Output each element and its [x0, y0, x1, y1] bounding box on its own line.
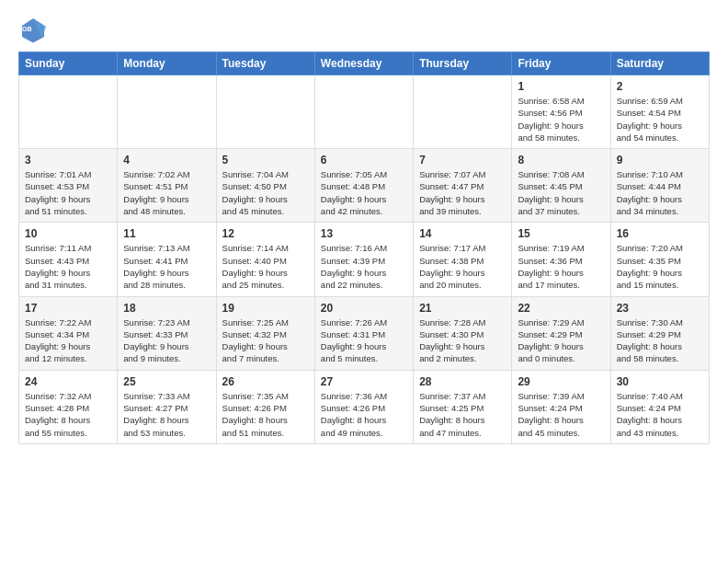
calendar-day: 25Sunrise: 7:33 AM Sunset: 4:27 PM Dayli…	[118, 370, 216, 443]
calendar-week-row: 17Sunrise: 7:22 AM Sunset: 4:34 PM Dayli…	[19, 296, 710, 370]
calendar-day: 3Sunrise: 7:01 AM Sunset: 4:53 PM Daylig…	[19, 149, 118, 223]
day-number: 25	[123, 375, 210, 388]
day-info: Sunrise: 7:23 AM Sunset: 4:33 PM Dayligh…	[123, 316, 210, 365]
day-info: Sunrise: 7:19 AM Sunset: 4:36 PM Dayligh…	[518, 242, 604, 291]
calendar-day: 14Sunrise: 7:17 AM Sunset: 4:38 PM Dayli…	[414, 223, 512, 296]
day-number: 8	[518, 154, 604, 167]
day-info: Sunrise: 7:01 AM Sunset: 4:53 PM Dayligh…	[25, 168, 111, 217]
day-number: 6	[321, 154, 407, 167]
calendar-week-row: 3Sunrise: 7:01 AM Sunset: 4:53 PM Daylig…	[19, 149, 710, 223]
day-number: 13	[321, 227, 407, 240]
day-info: Sunrise: 7:20 AM Sunset: 4:35 PM Dayligh…	[617, 242, 703, 291]
calendar-day: 30Sunrise: 7:40 AM Sunset: 4:24 PM Dayli…	[610, 370, 709, 443]
calendar-day: 15Sunrise: 7:19 AM Sunset: 4:36 PM Dayli…	[512, 223, 610, 296]
day-info: Sunrise: 7:22 AM Sunset: 4:34 PM Dayligh…	[25, 316, 111, 365]
day-number: 16	[617, 227, 703, 240]
day-info: Sunrise: 6:59 AM Sunset: 4:54 PM Dayligh…	[617, 95, 703, 144]
day-number: 14	[419, 227, 506, 240]
calendar-day: 28Sunrise: 7:37 AM Sunset: 4:25 PM Dayli…	[414, 370, 512, 443]
day-info: Sunrise: 7:35 AM Sunset: 4:26 PM Dayligh…	[222, 390, 309, 439]
calendar-table: SundayMondayTuesdayWednesdayThursdayFrid…	[18, 52, 710, 444]
day-number: 7	[419, 154, 506, 167]
calendar-day	[19, 75, 118, 149]
day-number: 30	[617, 375, 703, 388]
day-info: Sunrise: 7:29 AM Sunset: 4:29 PM Dayligh…	[518, 316, 604, 365]
calendar-day: 4Sunrise: 7:02 AM Sunset: 4:51 PM Daylig…	[118, 149, 216, 223]
calendar-week-row: 1Sunrise: 6:58 AM Sunset: 4:56 PM Daylig…	[19, 75, 710, 149]
calendar-day: 13Sunrise: 7:16 AM Sunset: 4:39 PM Dayli…	[314, 223, 413, 296]
day-info: Sunrise: 7:36 AM Sunset: 4:26 PM Dayligh…	[321, 390, 407, 439]
calendar-day: 24Sunrise: 7:32 AM Sunset: 4:28 PM Dayli…	[19, 370, 118, 443]
day-number: 10	[25, 227, 111, 240]
calendar-header-sunday: Sunday	[19, 52, 118, 75]
day-info: Sunrise: 7:04 AM Sunset: 4:50 PM Dayligh…	[222, 168, 309, 217]
day-number: 11	[123, 227, 210, 240]
calendar-day: 9Sunrise: 7:10 AM Sunset: 4:44 PM Daylig…	[610, 149, 709, 223]
day-info: Sunrise: 7:14 AM Sunset: 4:40 PM Dayligh…	[222, 242, 309, 291]
calendar-day: 23Sunrise: 7:30 AM Sunset: 4:29 PM Dayli…	[610, 296, 709, 370]
day-info: Sunrise: 7:16 AM Sunset: 4:39 PM Dayligh…	[321, 242, 407, 291]
day-number: 5	[222, 154, 309, 167]
calendar-header-row: SundayMondayTuesdayWednesdayThursdayFrid…	[19, 52, 710, 75]
day-number: 2	[617, 80, 703, 93]
day-info: Sunrise: 7:28 AM Sunset: 4:30 PM Dayligh…	[419, 316, 506, 365]
calendar-day: 8Sunrise: 7:08 AM Sunset: 4:45 PM Daylig…	[512, 149, 610, 223]
calendar-day: 5Sunrise: 7:04 AM Sunset: 4:50 PM Daylig…	[216, 149, 314, 223]
day-info: Sunrise: 7:02 AM Sunset: 4:51 PM Dayligh…	[123, 168, 210, 217]
calendar-day	[216, 75, 314, 149]
day-number: 27	[321, 375, 407, 388]
day-number: 4	[123, 154, 210, 167]
calendar-day: 26Sunrise: 7:35 AM Sunset: 4:26 PM Dayli…	[216, 370, 314, 443]
day-number: 29	[518, 375, 604, 388]
day-number: 24	[25, 375, 111, 388]
day-info: Sunrise: 7:33 AM Sunset: 4:27 PM Dayligh…	[123, 390, 210, 439]
day-number: 3	[25, 154, 111, 167]
calendar-week-row: 10Sunrise: 7:11 AM Sunset: 4:43 PM Dayli…	[19, 223, 710, 296]
day-number: 20	[321, 302, 407, 315]
day-info: Sunrise: 7:30 AM Sunset: 4:29 PM Dayligh…	[617, 316, 703, 365]
calendar-header-saturday: Saturday	[610, 52, 709, 75]
calendar-day: 12Sunrise: 7:14 AM Sunset: 4:40 PM Dayli…	[216, 223, 314, 296]
calendar-day: 22Sunrise: 7:29 AM Sunset: 4:29 PM Dayli…	[512, 296, 610, 370]
day-number: 9	[617, 154, 703, 167]
calendar-day: 1Sunrise: 6:58 AM Sunset: 4:56 PM Daylig…	[512, 75, 610, 149]
calendar-day: 27Sunrise: 7:36 AM Sunset: 4:26 PM Dayli…	[314, 370, 413, 443]
calendar-header-monday: Monday	[118, 52, 216, 75]
calendar-day: 21Sunrise: 7:28 AM Sunset: 4:30 PM Dayli…	[414, 296, 512, 370]
calendar-day: 20Sunrise: 7:26 AM Sunset: 4:31 PM Dayli…	[314, 296, 413, 370]
calendar-day: 18Sunrise: 7:23 AM Sunset: 4:33 PM Dayli…	[118, 296, 216, 370]
day-info: Sunrise: 7:07 AM Sunset: 4:47 PM Dayligh…	[419, 168, 506, 217]
day-number: 1	[518, 80, 604, 93]
calendar-header-friday: Friday	[512, 52, 610, 75]
calendar-week-row: 24Sunrise: 7:32 AM Sunset: 4:28 PM Dayli…	[19, 370, 710, 443]
svg-text:GB: GB	[22, 25, 32, 33]
day-info: Sunrise: 6:58 AM Sunset: 4:56 PM Dayligh…	[518, 95, 604, 144]
calendar-day: 7Sunrise: 7:07 AM Sunset: 4:47 PM Daylig…	[414, 149, 512, 223]
calendar-day: 6Sunrise: 7:05 AM Sunset: 4:48 PM Daylig…	[314, 149, 413, 223]
page: GB SundayMondayTuesdayWednesdayThursdayF…	[0, 0, 728, 454]
calendar-day: 29Sunrise: 7:39 AM Sunset: 4:24 PM Dayli…	[512, 370, 610, 443]
day-number: 17	[25, 302, 111, 315]
day-info: Sunrise: 7:25 AM Sunset: 4:32 PM Dayligh…	[222, 316, 309, 365]
calendar-day: 2Sunrise: 6:59 AM Sunset: 4:54 PM Daylig…	[610, 75, 709, 149]
day-number: 18	[123, 302, 210, 315]
calendar-day	[314, 75, 413, 149]
day-info: Sunrise: 7:32 AM Sunset: 4:28 PM Dayligh…	[25, 390, 111, 439]
day-info: Sunrise: 7:40 AM Sunset: 4:24 PM Dayligh…	[617, 390, 703, 439]
day-info: Sunrise: 7:10 AM Sunset: 4:44 PM Dayligh…	[617, 168, 703, 217]
header: GB	[18, 15, 710, 44]
day-number: 21	[419, 302, 506, 315]
calendar-header-thursday: Thursday	[414, 52, 512, 75]
day-info: Sunrise: 7:08 AM Sunset: 4:45 PM Dayligh…	[518, 168, 604, 217]
day-info: Sunrise: 7:26 AM Sunset: 4:31 PM Dayligh…	[321, 316, 407, 365]
logo-icon: GB	[18, 15, 48, 44]
calendar-day	[414, 75, 512, 149]
day-info: Sunrise: 7:13 AM Sunset: 4:41 PM Dayligh…	[123, 242, 210, 291]
calendar-header-wednesday: Wednesday	[314, 52, 413, 75]
calendar-day: 10Sunrise: 7:11 AM Sunset: 4:43 PM Dayli…	[19, 223, 118, 296]
day-number: 12	[222, 227, 309, 240]
day-info: Sunrise: 7:11 AM Sunset: 4:43 PM Dayligh…	[25, 242, 111, 291]
day-info: Sunrise: 7:37 AM Sunset: 4:25 PM Dayligh…	[419, 390, 506, 439]
calendar-header-tuesday: Tuesday	[216, 52, 314, 75]
calendar-day: 11Sunrise: 7:13 AM Sunset: 4:41 PM Dayli…	[118, 223, 216, 296]
